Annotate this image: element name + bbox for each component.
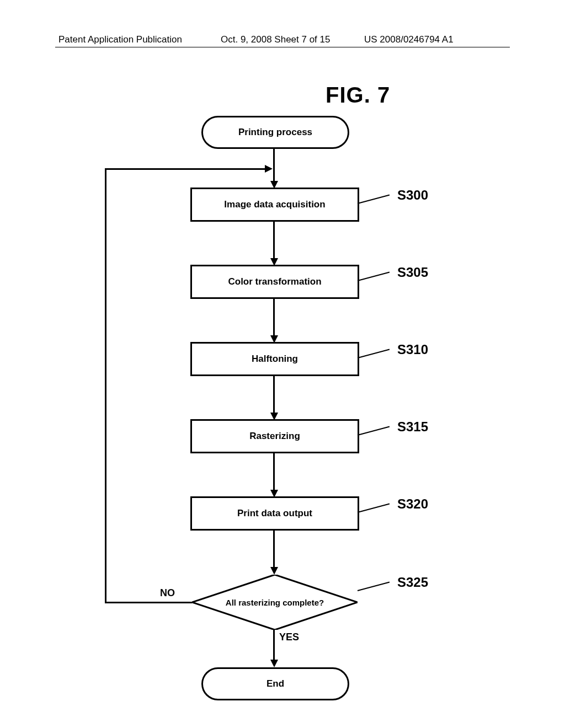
process-s320: Print data output: [190, 496, 359, 531]
header-left: Patent Application Publication: [58, 34, 182, 45]
flowchart: Printing process Image data acquisition …: [0, 116, 565, 700]
branch-no-label: NO: [160, 587, 175, 599]
connector: [273, 452, 275, 491]
label-s320: S320: [397, 496, 428, 512]
leader-line: [358, 272, 390, 281]
header-rule: [55, 47, 510, 47]
leader-line: [358, 426, 390, 436]
label-s310: S310: [397, 342, 428, 357]
connector: [273, 529, 275, 568]
label-s305: S305: [397, 265, 428, 280]
terminal-start: Printing process: [201, 116, 349, 149]
process-s300: Image data acquisition: [190, 188, 359, 222]
process-s305: Color transformation: [190, 265, 359, 299]
figure-label: FIG. 7: [326, 83, 390, 108]
label-s325: S325: [397, 575, 428, 590]
label-s300: S300: [397, 188, 428, 203]
branch-yes-label: YES: [279, 631, 299, 643]
connector-no: [105, 168, 266, 170]
connector: [273, 220, 275, 259]
header-right: US 2008/0246794 A1: [364, 34, 454, 45]
terminal-end: End: [201, 667, 349, 700]
process-s315: Rasterizing: [190, 419, 359, 453]
connector-yes: [273, 630, 275, 661]
arrow-right-icon: [265, 165, 273, 173]
connector: [273, 374, 275, 414]
decision-s325: All rasterizing complete?: [192, 575, 358, 630]
header-center: Oct. 9, 2008 Sheet 7 of 15: [221, 34, 330, 45]
process-s310: Halftoning: [190, 342, 359, 376]
connector: [273, 147, 275, 182]
connector-no: [105, 602, 192, 603]
leader-line: [358, 504, 390, 513]
leader-line: [358, 349, 390, 358]
connector: [273, 297, 275, 336]
connector-no: [105, 168, 106, 603]
decision-text: All rasterizing complete?: [192, 575, 358, 630]
arrow-down-icon: [270, 660, 278, 667]
leader-line: [358, 195, 390, 204]
label-s315: S315: [397, 419, 428, 435]
leader-line: [358, 582, 390, 591]
arrow-down-icon: [270, 567, 278, 575]
